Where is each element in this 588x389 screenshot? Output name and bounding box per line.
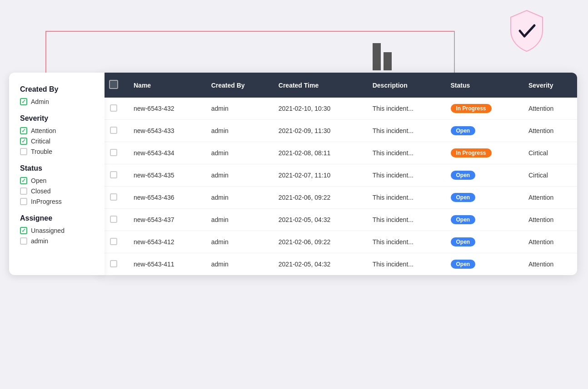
bar-chart-decoration xyxy=(373,43,392,70)
row-select-checkbox[interactable] xyxy=(110,149,117,156)
filter-checkbox[interactable] xyxy=(20,148,27,155)
cell-name: new-6543-436 xyxy=(127,187,205,209)
cell-severity: Cirtical xyxy=(522,164,577,187)
filter-item-label: Trouble xyxy=(31,148,52,155)
cell-created-time: 2021-02-06, 09:22 xyxy=(272,187,366,209)
cell-description: This incident... xyxy=(366,120,444,142)
cell-created-time: 2021-02-08, 08:11 xyxy=(272,142,366,164)
row-select-checkbox[interactable] xyxy=(110,260,117,267)
status-badge: Open xyxy=(451,237,476,246)
header-created-time: Created Time xyxy=(272,73,366,98)
select-all-checkbox[interactable] xyxy=(109,80,118,89)
cell-name: new-6543-437 xyxy=(127,209,205,231)
cell-severity: Attention xyxy=(522,231,577,253)
filter-item-label: Critical xyxy=(31,138,50,145)
row-select-checkbox[interactable] xyxy=(110,216,117,223)
header-name: Name xyxy=(127,73,205,98)
cell-created-time: 2021-02-09, 11:30 xyxy=(272,120,366,142)
filter-item-label: Unassigned xyxy=(31,227,65,234)
cell-created-time: 2021-02-05, 04:32 xyxy=(272,253,366,276)
row-select-checkbox[interactable] xyxy=(110,171,117,178)
filter-section-title: Status xyxy=(20,164,94,172)
row-select-checkbox[interactable] xyxy=(110,127,117,134)
filter-item-label: Open xyxy=(31,177,46,184)
filter-section-title: Severity xyxy=(20,114,94,123)
table-row[interactable]: new-6543-432admin2021-02-10, 10:30This i… xyxy=(100,98,577,120)
status-badge: Open xyxy=(451,193,476,202)
cell-created-by: admin xyxy=(205,120,272,142)
checkmark-icon: ✓ xyxy=(21,98,26,105)
cell-status: Open xyxy=(444,253,522,276)
status-badge: Open xyxy=(451,126,476,135)
row-select-checkbox[interactable] xyxy=(110,193,117,201)
filter-checkbox[interactable]: ✓ xyxy=(20,98,27,105)
cell-created-time: 2021-02-07, 11:10 xyxy=(272,164,366,187)
filter-section-status: Status✓OpenClosedInProgress xyxy=(20,164,94,205)
cell-status: Open xyxy=(444,231,522,253)
cell-status: Open xyxy=(444,209,522,231)
cell-description: This incident... xyxy=(366,253,444,276)
cell-name: new-6543-412 xyxy=(127,231,205,253)
header-severity: Severity xyxy=(522,73,577,98)
table-row[interactable]: new-6543-412admin2021-02-06, 09:22This i… xyxy=(100,231,577,253)
bar-short xyxy=(384,52,392,70)
filter-section-assignee: Assignee✓Unassignedadmin xyxy=(20,214,94,245)
filter-section-created-by: Created By✓Admin xyxy=(20,85,94,105)
table-row[interactable]: new-6543-411admin2021-02-05, 04:32This i… xyxy=(100,253,577,276)
status-badge: In Progress xyxy=(451,148,492,158)
filter-item-critical[interactable]: ✓Critical xyxy=(20,138,94,145)
filter-checkbox[interactable]: ✓ xyxy=(20,138,27,145)
cell-created-by: admin xyxy=(205,253,272,276)
table-row[interactable]: new-6543-435admin2021-02-07, 11:10This i… xyxy=(100,164,577,187)
incidents-table-container: Name Created By Created Time Description… xyxy=(100,73,577,275)
table-row[interactable]: new-6543-436admin2021-02-06, 09:22This i… xyxy=(100,187,577,209)
cell-severity: Attention xyxy=(522,253,577,276)
filter-item-admin[interactable]: ✓Admin xyxy=(20,98,94,105)
filter-item-label: Closed xyxy=(31,187,51,195)
filter-checkbox[interactable] xyxy=(20,237,27,245)
row-select-checkbox[interactable] xyxy=(110,104,117,112)
checkmark-icon: ✓ xyxy=(21,177,26,184)
filter-item-label: Admin xyxy=(31,98,49,105)
filter-item-label: Attention xyxy=(31,127,56,134)
filter-section-title: Assignee xyxy=(20,214,94,222)
table-row[interactable]: new-6543-437admin2021-02-05, 04:32This i… xyxy=(100,209,577,231)
header-created-by: Created By xyxy=(205,73,272,98)
table-row[interactable]: new-6543-433admin2021-02-09, 11:30This i… xyxy=(100,120,577,142)
filter-item-attention[interactable]: ✓Attention xyxy=(20,127,94,134)
filter-item-trouble[interactable]: Trouble xyxy=(20,148,94,155)
cell-name: new-6543-411 xyxy=(127,253,205,276)
filter-checkbox[interactable]: ✓ xyxy=(20,127,27,134)
filter-item-label: InProgress xyxy=(31,198,62,205)
filter-item-unassigned[interactable]: ✓Unassigned xyxy=(20,227,94,234)
cell-created-by: admin xyxy=(205,142,272,164)
status-badge: Open xyxy=(451,260,476,269)
filter-item-inprogress[interactable]: InProgress xyxy=(20,198,94,205)
table-row[interactable]: new-6543-434admin2021-02-08, 08:11This i… xyxy=(100,142,577,164)
cell-description: This incident... xyxy=(366,209,444,231)
status-badge: Open xyxy=(451,215,476,224)
filter-item-open[interactable]: ✓Open xyxy=(20,177,94,184)
cell-name: new-6543-434 xyxy=(127,142,205,164)
checkmark-icon: ✓ xyxy=(21,227,26,234)
filter-checkbox[interactable] xyxy=(20,187,27,195)
cell-severity: Attention xyxy=(522,187,577,209)
filter-checkbox[interactable] xyxy=(20,198,27,205)
filter-checkbox[interactable]: ✓ xyxy=(20,227,27,234)
header-status: Status xyxy=(444,73,522,98)
filter-item-admin[interactable]: admin xyxy=(20,237,94,245)
cell-description: This incident... xyxy=(366,187,444,209)
filter-item-closed[interactable]: Closed xyxy=(20,187,94,195)
cell-description: This incident... xyxy=(366,142,444,164)
cell-created-by: admin xyxy=(205,98,272,120)
cell-severity: Attention xyxy=(522,120,577,142)
filter-checkbox[interactable]: ✓ xyxy=(20,177,27,184)
cell-description: This incident... xyxy=(366,164,444,187)
cell-created-by: admin xyxy=(205,164,272,187)
background-line-horizontal xyxy=(45,31,454,32)
filter-item-label: admin xyxy=(31,237,48,245)
cell-name: new-6543-435 xyxy=(127,164,205,187)
filter-section-severity: Severity✓Attention✓CriticalTrouble xyxy=(20,114,94,155)
cell-severity: Cirtical xyxy=(522,142,577,164)
row-select-checkbox[interactable] xyxy=(110,238,117,245)
